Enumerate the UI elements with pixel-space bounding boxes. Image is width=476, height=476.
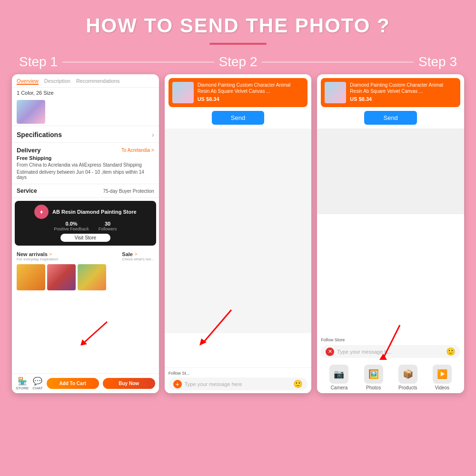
phone-screen-1: Overview Description Recommendations 1 C… — [12, 74, 159, 393]
s1-store-label: STORE — [16, 386, 29, 390]
step-2-label: Step 2 — [219, 54, 258, 69]
s1-store-icon: 🏪 — [18, 377, 27, 386]
step-line-1 — [62, 62, 214, 62]
s1-specifications[interactable]: Specifications › — [12, 126, 159, 143]
s3-products-item[interactable]: 📦 Products — [398, 365, 417, 390]
steps-header: Step 1 Step 2 Step 3 — [10, 54, 466, 69]
s3-product-info: Diamond Painting Custom Character Animal… — [350, 82, 456, 102]
phone-screen-2: Diamond Painting Custom Character Animal… — [165, 74, 312, 393]
s2-emoji-button[interactable]: 🙂 — [293, 379, 303, 388]
s3-camera-item[interactable]: 📷 Camera — [329, 365, 348, 390]
s3-camera-label: Camera — [331, 385, 348, 390]
step-1-label: Step 1 — [19, 54, 58, 69]
s1-shipping-detail: From China to Acrelandia via AliExpress … — [17, 162, 154, 169]
svg-line-2 — [203, 310, 231, 343]
s3-photos-label: Photos — [366, 385, 381, 390]
s1-chat-icon: 💬 — [33, 377, 42, 386]
s3-product-card: Diamond Painting Custom Character Animal… — [321, 78, 460, 107]
s1-stat-followers: 30 Followers — [99, 221, 117, 231]
s1-add-to-cart-button[interactable]: Add To Cart — [47, 378, 99, 389]
s1-service-row[interactable]: Service 75-day Buyer Protection — [12, 184, 159, 198]
main-title: HOW TO SEND THE PHOTO ? — [86, 14, 390, 37]
s2-red-arrow — [193, 307, 236, 350]
s1-specs-arrow: › — [152, 131, 154, 139]
s1-chat-label: CHAT — [32, 386, 42, 390]
s1-new-arrivals-sub: For everyday inspiration! — [17, 257, 59, 261]
s1-store-name: AB Resin Diamond Painting Store — [52, 209, 137, 215]
s3-videos-icon: ▶️ — [433, 365, 452, 384]
s1-size-label: 1 Color, 26 Size — [12, 88, 159, 98]
step-3-label: Step 3 — [418, 54, 457, 69]
s3-photos-icon: 🖼️ — [364, 365, 383, 384]
s2-follow-store: Follow St... — [169, 371, 308, 376]
s3-camera-icon: 📷 — [329, 365, 348, 384]
s2-plus-button[interactable]: + — [173, 380, 182, 388]
s3-videos-label: Videos — [435, 385, 449, 390]
s1-specs-label: Specifications — [17, 131, 62, 139]
s1-followers-val: 30 — [99, 221, 117, 227]
s1-product-image — [17, 100, 45, 124]
s1-thumb-3 — [78, 264, 106, 290]
s3-product-image — [325, 82, 346, 103]
s2-message-input[interactable]: Type your message here — [185, 381, 291, 387]
s1-delivery-section: Delivery To Acrelandia > Free Shipping F… — [12, 143, 159, 184]
s1-stat-feedback: 0.0% Positive Feedback — [54, 221, 89, 231]
svg-line-4 — [383, 325, 400, 358]
s3-close-button[interactable]: ✕ — [326, 347, 334, 356]
phone-screen-3: Diamond Painting Custom Character Animal… — [317, 74, 464, 393]
s1-red-arrow — [74, 319, 112, 348]
s3-products-icon: 📦 — [398, 365, 417, 384]
s1-visit-store-button[interactable]: Visit Store — [60, 234, 110, 242]
nav-overview[interactable]: Overview — [17, 78, 39, 85]
s1-feedback-label: Positive Feedback — [54, 227, 89, 231]
s2-product-image — [172, 82, 194, 103]
s1-sale-link[interactable]: > — [135, 252, 137, 257]
s2-input-row[interactable]: + Type your message here 🙂 — [169, 377, 308, 390]
s3-photos-item[interactable]: 🖼️ Photos — [364, 365, 383, 390]
nav-description[interactable]: Description — [44, 78, 70, 85]
s3-products-label: Products — [398, 385, 417, 390]
s3-emoji-button[interactable]: 🙂 — [446, 347, 456, 356]
s1-sale-col: Sale > Check what's hot... — [122, 251, 154, 261]
s3-red-arrow — [364, 323, 402, 366]
step-line-2 — [262, 62, 414, 62]
s1-delivery-title: Delivery — [17, 147, 41, 154]
s1-delivery-dest[interactable]: To Acrelandia > — [121, 148, 154, 153]
s1-store-icon-group[interactable]: 🏪 STORE — [16, 377, 29, 390]
s1-delivery-header: Delivery To Acrelandia > — [17, 147, 154, 154]
s1-chat-icon-group[interactable]: 💬 CHAT — [32, 377, 42, 390]
s1-thumbnails-row — [12, 263, 159, 292]
s1-thumb-1 — [17, 264, 45, 290]
s1-store-row: ♦ AB Resin Diamond Painting Store — [34, 205, 137, 219]
s1-free-shipping: Free Shipping — [17, 155, 154, 161]
s1-store-card: ♦ AB Resin Diamond Painting Store 0.0% P… — [15, 201, 156, 246]
s1-thumb-2 — [47, 264, 76, 290]
s2-product-card: Diamond Painting Custom Character Animal… — [169, 78, 308, 107]
s1-new-arrivals-label: New arrivals — [17, 251, 48, 257]
s2-send-button[interactable]: Send — [212, 111, 264, 125]
s1-service-value: 75-day Buyer Protection — [103, 188, 154, 194]
s1-sale-label: Sale — [122, 251, 133, 257]
s1-followers-label: Followers — [99, 227, 117, 231]
svg-line-0 — [83, 322, 107, 343]
s2-product-info: Diamond Painting Custom Character Animal… — [198, 82, 304, 102]
s2-product-price: US $8.34 — [198, 96, 304, 102]
s1-new-arrivals-col: New arrivals > For everyday inspiration! — [17, 251, 59, 261]
screens-container: Overview Description Recommendations 1 C… — [7, 74, 469, 393]
s1-estimated: Estimated delivery between Jun 04 - 10 ,… — [17, 169, 154, 180]
s2-bottom-bar: Follow St... + Type your message here 🙂 — [165, 367, 312, 393]
s1-sale-sub: Check what's hot... — [122, 257, 154, 261]
s1-nav-bar: Overview Description Recommendations — [12, 74, 159, 88]
s3-videos-item[interactable]: ▶️ Videos — [433, 365, 452, 390]
s1-buy-now-button[interactable]: Buy Now — [103, 378, 155, 389]
s3-send-button[interactable]: Send — [364, 111, 416, 125]
s1-new-arrivals-link[interactable]: > — [50, 252, 52, 257]
s2-product-title: Diamond Painting Custom Character Animal… — [198, 82, 304, 94]
title-underline — [209, 43, 267, 45]
s3-product-price: US $8.34 — [350, 96, 456, 102]
s2-chat-area — [165, 129, 312, 333]
s1-service-label: Service — [17, 188, 37, 194]
s1-store-stats: 0.0% Positive Feedback 30 Followers — [54, 221, 117, 231]
nav-recommendations[interactable]: Recommendations — [76, 78, 120, 85]
s3-product-title: Diamond Painting Custom Character Animal… — [350, 82, 456, 94]
